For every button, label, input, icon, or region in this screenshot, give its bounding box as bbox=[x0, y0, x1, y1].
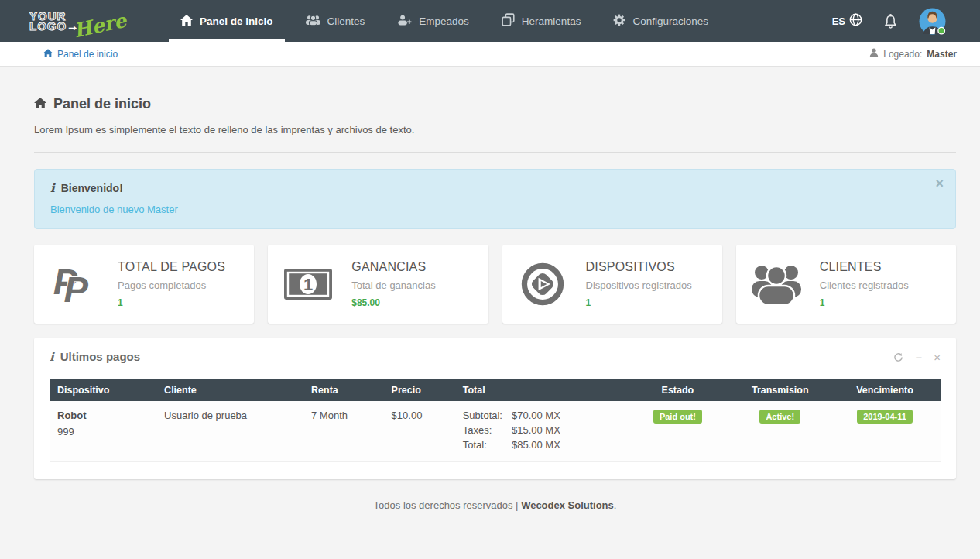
paypal-icon: P P bbox=[50, 259, 99, 309]
group-icon bbox=[752, 263, 801, 305]
cell-renta: 7 Month bbox=[303, 401, 384, 462]
alert-message: Bienvenido de nuevo Master bbox=[50, 204, 940, 215]
col-vencimiento: Vencimiento bbox=[829, 379, 941, 401]
brand-logo[interactable]: YOUR LOGO→ Here bbox=[0, 0, 164, 42]
cell-transmision: Active! bbox=[731, 401, 829, 462]
stat-subtitle: Pagos completados bbox=[118, 280, 225, 291]
col-precio: Precio bbox=[384, 379, 455, 401]
payments-table: Dispositivo Cliente Renta Precio Total E… bbox=[50, 379, 941, 462]
stat-card-body: TOTAL DE PAGOS Pagos completados 1 bbox=[118, 260, 225, 308]
divider bbox=[34, 152, 956, 153]
total-value: $85.00 MX bbox=[512, 439, 560, 451]
subtotal-value: $70.00 MX bbox=[512, 410, 560, 421]
stat-card-clientes: CLIENTES Clientes registrados 1 bbox=[736, 245, 956, 324]
page-title-text: Panel de inicio bbox=[53, 96, 151, 112]
footer-suffix: . bbox=[614, 499, 617, 511]
stat-card-total-pagos: P P TOTAL DE PAGOS Pagos completados 1 bbox=[34, 245, 254, 324]
nav-item-panel-de-inicio[interactable]: Panel de inicio bbox=[164, 0, 290, 42]
cell-precio: $10.00 bbox=[384, 401, 455, 462]
stat-value: 1 bbox=[586, 297, 692, 308]
col-cliente: Cliente bbox=[156, 379, 303, 401]
gear-icon bbox=[613, 14, 625, 29]
page-subtitle: Lorem Ipsum es simplemente el texto de r… bbox=[34, 124, 956, 135]
welcome-alert: i Bienvenido! Bienvenido de nuevo Master… bbox=[34, 169, 956, 229]
panel-tools: − × bbox=[893, 352, 941, 363]
logged-in-status: Logeado: Master bbox=[869, 48, 957, 60]
col-transmision: Transmision bbox=[731, 379, 829, 401]
globe-icon bbox=[849, 13, 862, 29]
home-icon bbox=[180, 15, 193, 28]
nav-label: Empeados bbox=[419, 15, 469, 27]
nav-label: Panel de inicio bbox=[200, 15, 273, 27]
payments-table-wrap: Dispositivo Cliente Renta Precio Total E… bbox=[50, 379, 941, 462]
stat-card-body: GANANCIAS Total de ganancias $85.00 bbox=[351, 260, 435, 308]
panel-title-text: Ultimos pagos bbox=[60, 350, 140, 363]
stat-card-body: DISPOSITIVOS Dispositivos registrados 1 bbox=[586, 260, 692, 308]
ultimos-pagos-panel: i Ultimos pagos − × Dispositivo bbox=[34, 338, 956, 479]
footer: Todos los derechos reservados | Wecodex … bbox=[34, 499, 956, 511]
svg-text:1: 1 bbox=[303, 275, 313, 294]
col-renta: Renta bbox=[303, 379, 384, 401]
breadcrumb-bar: Panel de inicio Logeado: Master bbox=[0, 42, 980, 67]
col-dispositivo: Dispositivo bbox=[50, 379, 156, 401]
user-avatar[interactable] bbox=[919, 8, 946, 35]
nav-label: Configuraciones bbox=[632, 15, 708, 27]
main-content: Panel de inicio Lorem Ipsum es simplemen… bbox=[0, 67, 980, 511]
close-icon[interactable]: × bbox=[934, 352, 941, 363]
cell-total: Subtotal: $70.00 MX Taxes: $15.00 MX Tot… bbox=[455, 401, 625, 462]
language-code: ES bbox=[832, 15, 845, 27]
logged-label: Logeado: bbox=[883, 49, 922, 60]
cell-cliente: Usuario de prueba bbox=[156, 401, 303, 462]
clone-icon bbox=[502, 13, 515, 29]
col-total: Total bbox=[455, 379, 625, 401]
footer-text: Todos los derechos reservados | bbox=[374, 499, 519, 511]
nav-item-clientes[interactable]: Clientes bbox=[290, 0, 382, 42]
breadcrumb[interactable]: Panel de inicio bbox=[43, 49, 118, 60]
device-play-icon bbox=[518, 262, 567, 307]
collapse-icon[interactable]: − bbox=[915, 352, 922, 363]
breadcrumb-label: Panel de inicio bbox=[57, 49, 118, 60]
nav-item-empeados[interactable]: Empeados bbox=[381, 0, 485, 42]
money-bill-icon: 1 bbox=[283, 268, 333, 300]
transmission-badge: Active! bbox=[759, 410, 800, 424]
stat-title: TOTAL DE PAGOS bbox=[118, 260, 225, 274]
info-icon: i bbox=[50, 181, 55, 195]
nav-item-heramientas[interactable]: Heramientas bbox=[485, 0, 598, 42]
taxes-value: $15.00 MX bbox=[512, 424, 560, 436]
due-date-badge: 2019-04-11 bbox=[857, 410, 913, 424]
main-nav: Panel de inicio Clientes Empeados Herami… bbox=[164, 0, 725, 42]
stat-card-body: CLIENTES Clientes registrados 1 bbox=[820, 260, 909, 308]
status-badge: Paid out! bbox=[653, 410, 702, 424]
home-icon bbox=[43, 49, 53, 60]
total-label: Total: bbox=[463, 439, 502, 451]
logged-user: Master bbox=[927, 49, 957, 60]
subtotal-label: Subtotal: bbox=[463, 410, 502, 421]
totals-breakdown: Subtotal: $70.00 MX Taxes: $15.00 MX Tot… bbox=[463, 410, 560, 451]
panel-header: i Ultimos pagos − × bbox=[34, 338, 956, 372]
info-icon: i bbox=[50, 350, 54, 364]
stat-value: 1 bbox=[820, 297, 909, 308]
cell-dispositivo: Robot 999 bbox=[50, 401, 156, 462]
stat-title: CLIENTES bbox=[820, 260, 909, 274]
stat-value: $85.00 bbox=[351, 297, 435, 308]
table-header-row: Dispositivo Cliente Renta Precio Total E… bbox=[50, 379, 941, 401]
user-icon bbox=[869, 48, 879, 60]
panel-title: i Ultimos pagos bbox=[50, 350, 140, 364]
nav-item-configuraciones[interactable]: Configuraciones bbox=[597, 0, 725, 42]
stat-subtitle: Clientes registrados bbox=[820, 280, 909, 291]
stat-value: 1 bbox=[118, 297, 225, 308]
alert-title-text: Bienvenido! bbox=[61, 182, 123, 194]
refresh-icon[interactable] bbox=[893, 352, 903, 362]
stat-subtitle: Total de ganancias bbox=[351, 280, 435, 291]
table-row: Robot 999 Usuario de prueba 7 Month $10.… bbox=[50, 401, 941, 462]
language-selector[interactable]: ES bbox=[832, 13, 862, 29]
stat-card-dispositivos: DISPOSITIVOS Dispositivos registrados 1 bbox=[502, 245, 722, 324]
close-icon[interactable]: × bbox=[935, 177, 944, 190]
home-icon bbox=[34, 96, 46, 112]
stat-subtitle: Dispositivos registrados bbox=[586, 280, 692, 291]
stat-cards-row: P P TOTAL DE PAGOS Pagos completados 1 1 bbox=[34, 245, 956, 324]
alert-title: i Bienvenido! bbox=[50, 181, 940, 195]
nav-label: Clientes bbox=[327, 15, 365, 27]
notifications-bell-icon[interactable] bbox=[884, 14, 897, 29]
device-id: 999 bbox=[57, 426, 149, 437]
